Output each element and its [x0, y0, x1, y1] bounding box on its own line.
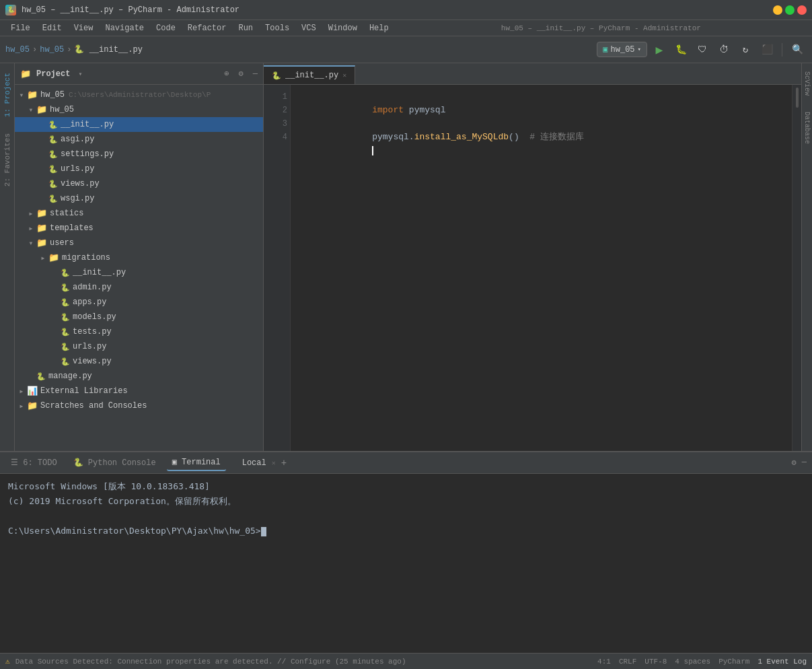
tree-settings-py[interactable]: 🐍 settings.py	[15, 147, 263, 162]
tree-tests-py[interactable]: 🐍 tests.py	[15, 324, 263, 339]
right-sidebar: ScView Database	[801, 63, 812, 451]
terminal-label: Terminal	[182, 458, 221, 467]
tree-hw05-sub[interactable]: ▼ 📁 hw_05	[15, 102, 263, 117]
file-tree: ▼ 📁 hw_05 C:\Users\Administrator\Desktop…	[15, 85, 263, 451]
profile-button[interactable]: ⏱	[714, 40, 733, 59]
menu-vcs[interactable]: VCS	[296, 22, 322, 34]
bottom-tab-todo[interactable]: ☰ 6: TODO	[5, 455, 63, 470]
status-line-endings[interactable]: CRLF	[619, 658, 636, 666]
terminal-line-3	[8, 509, 804, 524]
reload-button[interactable]: ↻	[736, 40, 755, 59]
editor-area: 🐍 __init__.py ✕ 1 2 3 4 import pymysql	[264, 63, 801, 451]
line-numbers: 1 2 3 4	[264, 85, 291, 451]
code-content[interactable]: import pymysql pymysql.install_as_MySQLd…	[291, 85, 792, 451]
menu-help[interactable]: Help	[364, 22, 394, 34]
project-minimize-icon[interactable]: —	[253, 69, 258, 79]
sidebar-item-favorites[interactable]: 2: Favorites	[2, 127, 13, 193]
project-settings-icon[interactable]: ⚙	[239, 69, 244, 79]
coverage-button[interactable]: 🛡	[693, 40, 712, 59]
terminal-tab-local[interactable]: Local	[242, 458, 266, 468]
minimize-button[interactable]	[773, 5, 782, 15]
bottom-tab-python-console[interactable]: 🐍 Python Console	[68, 455, 161, 470]
breadcrumb-hw05-root[interactable]: hw_05	[5, 45, 30, 55]
bottom-panel: ☰ 6: TODO 🐍 Python Console ▣ Terminal Lo…	[0, 451, 812, 653]
tree-users[interactable]: ▼ 📁 users	[15, 236, 263, 250]
status-indent[interactable]: 4 spaces	[675, 658, 710, 666]
bottom-tab-terminal[interactable]: ▣ Terminal	[167, 454, 226, 471]
run-button[interactable]: ▶	[650, 40, 669, 59]
tab-close-button[interactable]: ✕	[342, 71, 346, 79]
menu-code[interactable]: Code	[151, 22, 181, 34]
maximize-button[interactable]	[785, 5, 795, 15]
menu-navigate[interactable]: Navigate	[100, 22, 149, 34]
status-bar: ⚠ Data Sources Detected: Connection prop…	[0, 653, 812, 669]
todo-icon: ☰	[11, 458, 18, 468]
menu-edit[interactable]: Edit	[37, 22, 67, 34]
project-dropdown-icon[interactable]: ▾	[78, 70, 82, 78]
code-editor[interactable]: 1 2 3 4 import pymysql pymysql.install_a…	[264, 85, 801, 451]
right-tab-scview[interactable]: ScView	[802, 66, 812, 101]
tree-init-py-main[interactable]: 🐍 __init__.py	[15, 117, 263, 132]
tree-asgi-py[interactable]: 🐍 asgi.py	[15, 132, 263, 147]
right-tab-database[interactable]: Database	[802, 106, 812, 149]
left-sidebar-strip: 1: Project 2: Favorites	[0, 63, 15, 451]
code-line-3: pymysql.install_as_MySQLdb() # 连接数据库	[299, 117, 784, 131]
tree-wsgi-py[interactable]: 🐍 wsgi.py	[15, 191, 263, 206]
terminal-new-tab[interactable]: +	[281, 458, 287, 468]
project-title: Project	[36, 69, 70, 79]
terminal-content[interactable]: Microsoft Windows [版本 10.0.18363.418] (c…	[0, 474, 812, 653]
tree-manage-py[interactable]: 🐍 manage.py	[15, 369, 263, 384]
tree-apps-py[interactable]: 🐍 apps.py	[15, 295, 263, 310]
terminal-minimize-icon[interactable]: —	[802, 458, 807, 468]
terminal-cursor	[261, 527, 266, 536]
breadcrumb-file[interactable]: 🐍 __init__.py	[74, 44, 142, 55]
tree-urls-py[interactable]: 🐍 urls.py	[15, 162, 263, 176]
tree-templates[interactable]: ▶ 📁 templates	[15, 221, 263, 236]
tree-root-hw05[interactable]: ▼ 📁 hw_05 C:\Users\Administrator\Desktop…	[15, 87, 263, 102]
python-console-label: Python Console	[88, 458, 156, 468]
debug-button[interactable]: 🐛	[671, 40, 690, 59]
terminal-settings-icon[interactable]: ⚙	[792, 458, 797, 468]
menu-refactor[interactable]: Refactor	[182, 22, 232, 34]
menu-tools[interactable]: Tools	[260, 22, 295, 34]
status-position[interactable]: 4:1	[597, 658, 611, 666]
status-warning-text[interactable]: Data Sources Detected: Connection proper…	[15, 658, 406, 666]
terminal-line-1: Microsoft Windows [版本 10.0.18363.418]	[8, 479, 804, 494]
status-event-log[interactable]: 1 Event Log	[758, 658, 807, 666]
breadcrumb: hw_05 › hw_05 › 🐍 __init__.py	[5, 44, 143, 55]
status-interpreter[interactable]: PyCharm	[718, 658, 749, 666]
tree-models-py[interactable]: 🐍 models.py	[15, 310, 263, 324]
menu-window[interactable]: Window	[323, 22, 363, 34]
terminal-tab-close[interactable]: ✕	[272, 459, 276, 467]
close-button[interactable]	[797, 5, 807, 15]
run-config-selector[interactable]: ▣ hw_05 ▾	[597, 42, 647, 57]
project-scope-icon[interactable]: ⊕	[224, 69, 229, 79]
breadcrumb-hw05[interactable]: hw_05	[40, 45, 64, 55]
stop-button[interactable]: ⬛	[758, 40, 776, 59]
tab-init-py[interactable]: 🐍 __init__.py ✕	[264, 65, 355, 84]
menu-run[interactable]: Run	[233, 22, 258, 34]
terminal-line-2: (c) 2019 Microsoft Corporation。保留所有权利。	[8, 494, 804, 509]
search-everywhere-button[interactable]: 🔍	[788, 40, 807, 59]
tree-scratches[interactable]: ▶ 📁 Scratches and Consoles	[15, 398, 263, 413]
status-encoding[interactable]: UTF-8	[644, 658, 667, 666]
terminal-line-4: C:\Users\Administrator\Desktop\PY\Ajax\h…	[8, 524, 804, 538]
code-line-1: import pymysql	[299, 90, 784, 104]
sidebar-item-project[interactable]: 1: Project	[2, 66, 13, 124]
toolbar: hw_05 › hw_05 › 🐍 __init__.py ▣ hw_05 ▾ …	[0, 36, 812, 63]
tree-users-views-py[interactable]: 🐍 views.py	[15, 354, 263, 369]
tree-views-py[interactable]: 🐍 views.py	[15, 176, 263, 191]
tree-users-init-py[interactable]: 🐍 __init__.py	[15, 265, 263, 280]
tree-users-urls-py[interactable]: 🐍 urls.py	[15, 339, 263, 354]
tab-py-icon: 🐍	[272, 71, 281, 80]
menu-file[interactable]: File	[5, 22, 36, 34]
todo-label: 6: TODO	[23, 458, 57, 468]
tree-statics[interactable]: ▶ 📁 statics	[15, 206, 263, 221]
scrollmap	[792, 85, 801, 451]
tree-external-libraries[interactable]: ▶ 📊 External Libraries	[15, 384, 263, 398]
tree-migrations[interactable]: ▶ 📁 migrations	[15, 250, 263, 265]
run-config-label: hw_05	[611, 45, 635, 55]
python-console-icon: 🐍	[73, 458, 83, 468]
menu-view[interactable]: View	[69, 22, 99, 34]
tree-admin-py[interactable]: 🐍 admin.py	[15, 280, 263, 295]
